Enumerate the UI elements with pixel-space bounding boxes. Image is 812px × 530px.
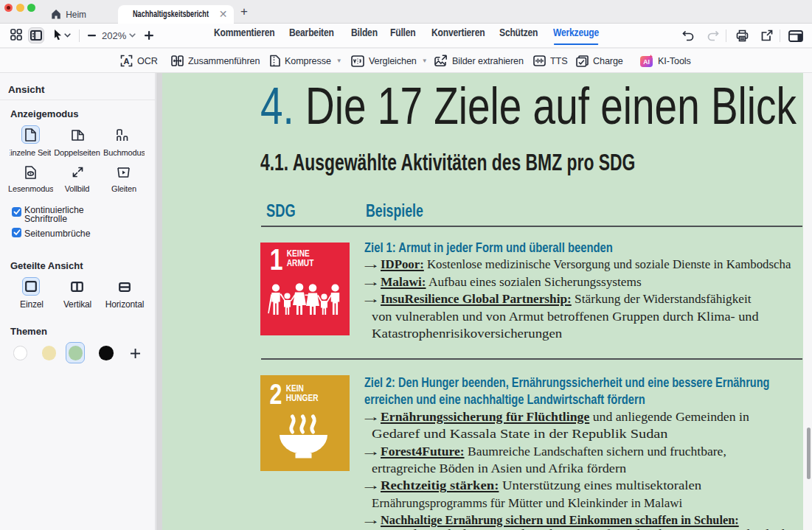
svg-text:2: 2 [270, 379, 282, 410]
svg-text:ARMUT: ARMUT [287, 257, 314, 267]
svg-text:1: 1 [270, 243, 283, 276]
svg-text:HUNGER: HUNGER [286, 392, 319, 402]
svg-text:AI: AI [643, 58, 649, 66]
svg-text:A: A [124, 57, 130, 66]
